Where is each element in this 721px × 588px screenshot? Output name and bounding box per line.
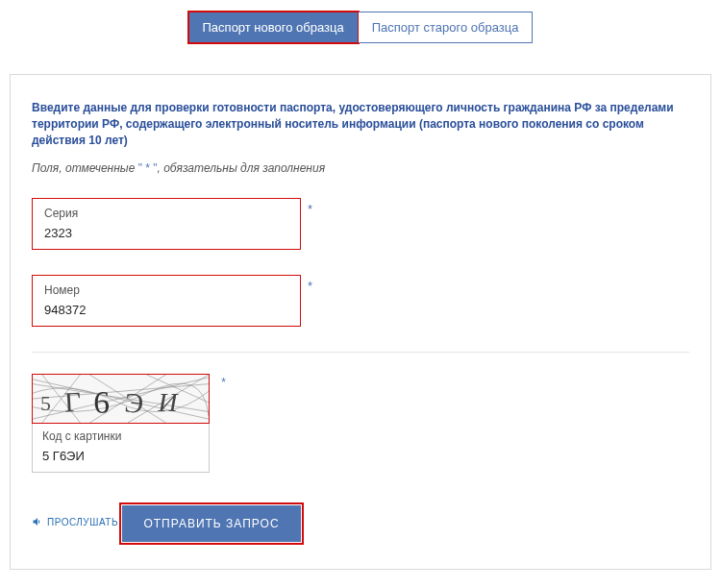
svg-text:И: И	[158, 389, 179, 418]
asterisk-icon: *	[308, 202, 312, 216]
asterisk-icon: *	[221, 376, 226, 389]
required-note-pre: Поля, отмеченные	[32, 161, 138, 175]
captcha-label: Код с картинки	[42, 429, 199, 443]
divider	[32, 352, 689, 353]
field-series: Серия *	[32, 198, 301, 250]
number-input[interactable]	[44, 303, 288, 317]
svg-text:Г: Г	[63, 386, 82, 417]
captcha-listen-link[interactable]: ПРОСЛУШАТЬ	[32, 516, 118, 527]
submit-button[interactable]: ОТПРАВИТЬ ЗАПРОС	[122, 505, 300, 542]
svg-text:Э: Э	[124, 387, 145, 419]
svg-rect-0	[33, 375, 209, 423]
series-label: Серия	[44, 207, 288, 220]
captcha-block: 5 Г 6 Э И * Код с картинки	[32, 374, 216, 473]
tab-old-passport[interactable]: Паспорт старого образца	[359, 12, 534, 43]
intro-text: Введите данные для проверки готовности п…	[32, 100, 689, 148]
number-label: Номер	[44, 283, 288, 297]
field-number: Номер *	[32, 275, 301, 327]
svg-text:6: 6	[93, 385, 110, 420]
tab-new-passport[interactable]: Паспорт нового образца	[188, 12, 359, 43]
required-note-post: , обязательны для заполнения	[158, 161, 326, 175]
series-input[interactable]	[44, 226, 288, 240]
required-note-star: " * "	[138, 161, 158, 175]
sound-icon	[32, 516, 43, 527]
listen-label: ПРОСЛУШАТЬ	[47, 517, 118, 527]
form-panel: Введите данные для проверки готовности п…	[10, 74, 711, 570]
asterisk-icon: *	[308, 279, 312, 293]
captcha-input[interactable]	[42, 449, 199, 463]
captcha-image: 5 Г 6 Э И	[32, 374, 210, 424]
required-fields-note: Поля, отмеченные " * ", обязательны для …	[32, 161, 689, 175]
svg-text:5: 5	[40, 392, 51, 415]
